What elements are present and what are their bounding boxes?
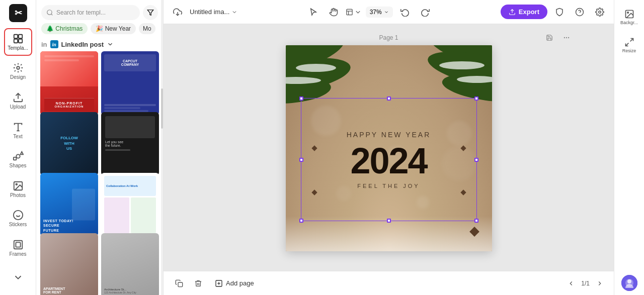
panel-scrollbar[interactable] — [161, 0, 163, 295]
resize-icon — [624, 37, 634, 47]
canvas-frame[interactable]: HAPPY NEW YEAR 2024 FEEL THE JOY — [286, 45, 492, 251]
export-label: Export — [519, 8, 539, 16]
sidebar-item-text[interactable]: Text — [4, 117, 32, 144]
sidebar-item-stickers[interactable]: Stickers — [4, 205, 32, 232]
svg-marker-12 — [20, 152, 23, 155]
search-input[interactable]: Search for templ... — [41, 5, 140, 20]
redo-button[interactable] — [417, 4, 433, 20]
main-area: Untitled ima... — [164, 0, 614, 295]
sidebar-item-templates[interactable]: Templa... — [4, 28, 32, 56]
page-more-btn[interactable] — [559, 31, 574, 45]
main-toolbar: Untitled ima... — [164, 0, 614, 24]
section-name[interactable]: LinkedIn post — [61, 41, 104, 48]
svg-line-51 — [625, 43, 628, 46]
page-label: Page 1 — [379, 34, 398, 41]
template-card-1[interactable]: NON-PROFIT ORGANIZATION — [40, 51, 98, 115]
template-card-2[interactable]: CAPCUTCOMPANY — [101, 51, 159, 115]
chevron-right-icon — [596, 280, 603, 287]
svg-line-21 — [51, 14, 53, 16]
svg-rect-44 — [178, 282, 183, 287]
save-to-cloud-button[interactable] — [170, 4, 186, 20]
section-dropdown-icon[interactable] — [107, 41, 114, 48]
background-icon — [624, 9, 634, 19]
shield-icon — [555, 8, 564, 17]
template-card-4[interactable]: Let you seethe future. — [101, 112, 159, 176]
template-card-3[interactable]: FOLLOWWITHUS — [40, 112, 98, 176]
tag-christmas[interactable]: 🌲 Christmas — [41, 23, 88, 34]
sidebar-item-templates-label: Templa... — [8, 45, 28, 51]
undo-button[interactable] — [397, 4, 413, 20]
add-page-button[interactable]: Add page — [210, 277, 259, 289]
sidebar-item-shapes[interactable]: Shapes — [4, 146, 32, 173]
section-preposition: in — [41, 41, 47, 48]
page-prev-button[interactable] — [565, 277, 577, 289]
canvas-area[interactable]: Page 1 — [164, 24, 614, 271]
sidebar-item-photos-label: Photos — [10, 192, 26, 198]
sidebar-item-shapes-label: Shapes — [10, 163, 27, 168]
help-button[interactable] — [572, 4, 588, 20]
svg-point-14 — [16, 183, 17, 185]
templates-panel: Search for templ... 🌲 Christmas 🎉 New Ye… — [36, 0, 164, 295]
sidebar-item-upload[interactable]: Upload — [4, 87, 32, 115]
svg-rect-2 — [14, 35, 17, 38]
sidebar-item-stickers-label: Stickers — [9, 222, 27, 227]
template-card-6[interactable]: Collaboration At Work — [101, 173, 159, 237]
pointer-icon — [309, 8, 318, 17]
svg-point-10 — [16, 154, 20, 158]
toolbar-right: Export — [501, 4, 608, 20]
zoom-control[interactable]: 37% — [366, 7, 393, 18]
background-properties-button[interactable]: Backgr... — [616, 4, 642, 30]
duplicate-icon — [175, 279, 183, 287]
happy-new-year-text: HAPPY NEW YEAR — [347, 131, 431, 139]
settings-button[interactable] — [592, 4, 608, 20]
filter-button[interactable] — [143, 5, 158, 20]
filter-icon — [147, 9, 154, 16]
shield-button[interactable] — [551, 4, 568, 20]
sidebar-item-photos[interactable]: Photos — [4, 175, 32, 203]
svg-line-50 — [630, 39, 633, 42]
sidebar-item-design-label: Design — [10, 74, 26, 80]
toolbar-left: Untitled ima... — [170, 4, 237, 20]
tag-newyear[interactable]: 🎉 New Year — [91, 23, 136, 34]
background-label: Backgr... — [620, 20, 638, 25]
linkedin-icon: in — [50, 40, 58, 48]
template-card-8[interactable]: Architecture St... 123 Architecture Dr, … — [101, 233, 159, 295]
sidebar-collapse-btn[interactable] — [4, 263, 32, 291]
svg-point-30 — [599, 11, 601, 13]
page-save-btn[interactable] — [542, 31, 556, 45]
resize-button[interactable]: Resize — [616, 32, 642, 58]
export-button[interactable]: Export — [501, 5, 547, 19]
layout-tool-button[interactable] — [346, 4, 362, 20]
pointer-tool-button[interactable] — [305, 4, 321, 20]
bottom-bar: Add page 1/1 — [164, 271, 614, 295]
delete-icon — [194, 279, 202, 287]
page-next-button[interactable] — [594, 277, 606, 289]
tag-more[interactable]: Mo — [139, 23, 155, 34]
canvas-top-label: Page 1 — [174, 34, 604, 41]
document-title-text: Untitled ima... — [190, 8, 229, 16]
canvas-background: HAPPY NEW YEAR 2024 FEEL THE JOY — [286, 45, 492, 251]
svg-rect-4 — [14, 39, 17, 43]
pine-branches-top — [286, 45, 492, 106]
export-icon — [509, 9, 516, 16]
document-title[interactable]: Untitled ima... — [190, 8, 237, 16]
layout-icon — [346, 8, 353, 17]
user-avatar[interactable] — [621, 275, 637, 291]
hand-tool-button[interactable] — [326, 4, 342, 20]
avatar-icon — [621, 275, 637, 291]
sidebar-item-upload-label: Upload — [10, 104, 26, 110]
app-logo[interactable]: ✂ — [9, 4, 27, 22]
settings-icon — [595, 8, 604, 17]
svg-rect-24 — [347, 9, 352, 15]
template-card-7[interactable]: APARTMENTFOR RENT — [40, 233, 98, 295]
template-card-5[interactable]: INVEST TODAY!SECUREFUTURE — [40, 173, 98, 237]
sidebar-item-design[interactable]: Design — [4, 58, 32, 85]
page-indicator: 1/1 — [581, 280, 590, 287]
hand-icon — [329, 8, 338, 17]
svg-point-49 — [627, 12, 628, 13]
sidebar-item-frames[interactable]: Frames — [4, 234, 32, 262]
duplicate-page-button[interactable] — [172, 276, 187, 291]
diamond-bl — [311, 189, 317, 195]
delete-page-button[interactable] — [191, 276, 206, 291]
doc-dropdown-icon — [231, 9, 237, 15]
